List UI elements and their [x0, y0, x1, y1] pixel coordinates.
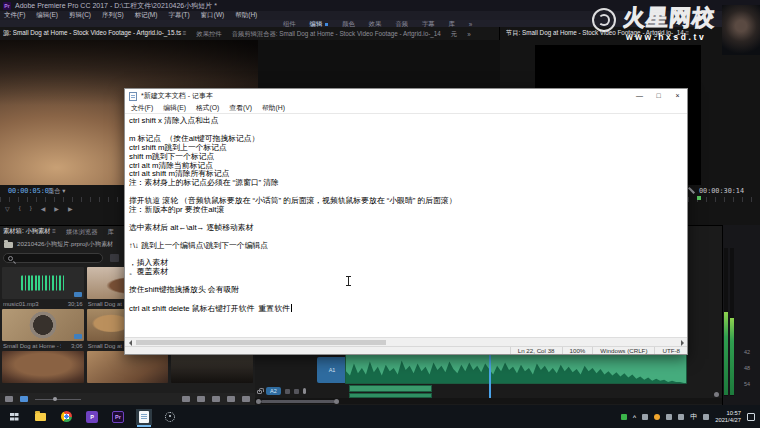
clip-duration: 30;16	[68, 301, 83, 307]
filter-icon[interactable]	[110, 254, 119, 262]
step-forward-button[interactable]: ▶	[68, 205, 73, 212]
minimize-button[interactable]: —	[630, 89, 649, 103]
new-bin-button[interactable]	[212, 396, 220, 402]
notepad-taskbar-button[interactable]	[136, 409, 152, 425]
breadcrumb[interactable]: 20210426小狗短片.prproj\小狗素材	[4, 240, 113, 249]
premiere-menu-item[interactable]: 编辑(E)	[36, 11, 58, 20]
notepad-horizontal-scrollbar[interactable]	[125, 337, 687, 346]
webcam-overlay	[722, 5, 760, 55]
premiere-menu-item[interactable]: 文件(F)	[4, 11, 25, 20]
play-button[interactable]: ▶	[54, 205, 59, 212]
close-button[interactable]: ×	[668, 89, 687, 103]
new-item-button[interactable]	[227, 396, 235, 402]
panel-tab[interactable]: 素材箱: 小狗素材	[3, 227, 56, 237]
project-panel-toolbar	[0, 393, 255, 405]
maximize-button[interactable]: □	[649, 89, 668, 103]
timeline-a2-clip[interactable]	[349, 385, 432, 392]
premiere-menu-item[interactable]: 序列(S)	[102, 11, 124, 20]
premiere-menu-item[interactable]: 帮助(H)	[235, 11, 257, 20]
mark-out-button[interactable]: }	[30, 205, 32, 212]
zoom-level: 100%	[562, 347, 593, 354]
premiere-menu-item[interactable]: 剪辑(C)	[69, 11, 91, 20]
panel-tab[interactable]: 媒体浏览器	[66, 228, 97, 237]
source-transport-controls: ▽ { } ◀ ▶ ▶	[5, 205, 73, 212]
panel-tab[interactable]: »	[467, 31, 471, 38]
premiere-menu-item[interactable]: 标记(M)	[135, 11, 158, 20]
microphone-tray-icon[interactable]	[642, 414, 648, 420]
premiere-icon: Pr	[112, 411, 124, 423]
premiere-menu-item[interactable]: 窗口(W)	[201, 11, 224, 20]
find-button[interactable]	[197, 396, 205, 402]
notepad-window-title: *新建文本文档 - 记事本	[141, 91, 213, 101]
notification-center-icon[interactable]	[747, 413, 755, 421]
zoom-scroll-handle[interactable]	[714, 392, 719, 397]
track-a1-badge[interactable]: A1	[317, 357, 347, 383]
microphone-icon[interactable]	[303, 388, 306, 394]
meter-scale-label: 48	[736, 365, 750, 371]
track-solo-icon[interactable]	[294, 389, 299, 394]
notepad-text-area[interactable]: ctrl shift x 清除入点和出点m 标记点 （按住alt键可拖拽标记点）…	[125, 114, 687, 338]
ime-indicator[interactable]: 中	[690, 412, 697, 422]
file-explorer-button[interactable]	[32, 409, 48, 425]
chrome-button[interactable]	[58, 409, 74, 425]
icon-view-button[interactable]	[20, 396, 28, 402]
text-line: ctrl shift x 清除入点和出点	[129, 117, 687, 126]
project-item[interactable]: Small Dog at Home - S... 3;06	[2, 309, 84, 351]
delete-button[interactable]	[242, 396, 250, 402]
project-item[interactable]: music01.mp3 30;16	[2, 267, 84, 309]
monitor-tray-icon[interactable]	[666, 414, 672, 420]
panel-tab[interactable]: 库	[108, 228, 114, 237]
purple-app-button[interactable]: P	[84, 409, 100, 425]
panel-tab[interactable]: 源: Small Dog at Home - Stock Video Foota…	[3, 29, 186, 39]
text-line: 注：新版本的pr 要按住alt滚	[129, 206, 687, 215]
project-item[interactable]	[87, 351, 169, 393]
notepad-menu-item[interactable]: 文件(F)	[131, 103, 153, 113]
thumbnail-zoom-slider[interactable]	[35, 399, 81, 400]
project-search-input[interactable]	[3, 253, 103, 263]
text-line: ctrl alt shift delete 鼠标右键打开软件 重置软件	[129, 304, 687, 314]
windows-logo-icon	[10, 413, 18, 421]
mark-in-button[interactable]: {	[19, 205, 21, 212]
volume-icon[interactable]	[678, 414, 684, 420]
clip-thumbnail[interactable]	[2, 351, 84, 383]
track-a2-badge[interactable]: A2	[266, 387, 281, 395]
notepad-menu-item[interactable]: 查看(V)	[229, 103, 252, 113]
panel-tab[interactable]: 音频剪辑混合器: Small Dog at Home - Stock Video…	[232, 30, 441, 39]
start-button[interactable]	[6, 409, 22, 425]
notepad-menu-item[interactable]: 编辑(E)	[163, 103, 186, 113]
tray-orange-icon[interactable]	[654, 414, 660, 420]
project-item[interactable]	[2, 351, 84, 393]
settings-button[interactable]	[162, 409, 178, 425]
text-line: 。覆盖素材	[129, 268, 687, 277]
step-back-button[interactable]: ◀	[41, 205, 46, 212]
list-view-button[interactable]	[5, 396, 13, 402]
project-item[interactable]	[171, 351, 253, 393]
program-tab[interactable]: 节目: Small Dog at Home - Stock Video Foot…	[506, 29, 689, 39]
clip-thumbnail[interactable]	[2, 309, 84, 341]
tray-green-icon[interactable]	[621, 414, 627, 420]
notepad-titlebar[interactable]: *新建文本文档 - 记事本 — □ ×	[125, 89, 687, 103]
keyboard-icon[interactable]	[703, 414, 709, 420]
scrollbar-handle[interactable]	[334, 399, 339, 404]
clip-thumbnail[interactable]	[2, 267, 84, 299]
track-lock-icon[interactable]	[257, 390, 262, 394]
add-marker-button[interactable]: ▽	[5, 205, 10, 212]
scrollbar-thumb[interactable]	[136, 340, 386, 345]
notepad-menu-item[interactable]: 帮助(H)	[262, 103, 285, 113]
clip-thumbnail[interactable]	[87, 351, 169, 383]
source-zoom-select[interactable]: 适合 ▾	[48, 187, 66, 196]
panel-tab[interactable]: 元	[451, 30, 457, 39]
notepad-menu-item[interactable]: 格式(O)	[196, 103, 219, 113]
premiere-menu-item[interactable]: 字幕(T)	[168, 11, 189, 20]
hidden-icons-chevron[interactable]: ^	[633, 414, 637, 420]
clip-thumbnail[interactable]	[171, 351, 253, 383]
panel-tab[interactable]: 效果控件	[196, 30, 221, 39]
notepad-menubar: 文件(F)编辑(E)格式(O)查看(V)帮助(H)	[125, 103, 687, 114]
text-line: 按住shift键拖拽播放头 会有吸附	[129, 286, 687, 295]
track-mute-icon[interactable]	[285, 389, 290, 394]
automate-to-sequence-button[interactable]	[182, 396, 190, 402]
purple-app-icon: P	[86, 411, 98, 423]
premiere-button[interactable]: Pr	[110, 409, 126, 425]
scrollbar-thumb[interactable]	[261, 400, 335, 403]
taskbar-clock[interactable]: 10:57 2021/4/27	[715, 410, 741, 424]
